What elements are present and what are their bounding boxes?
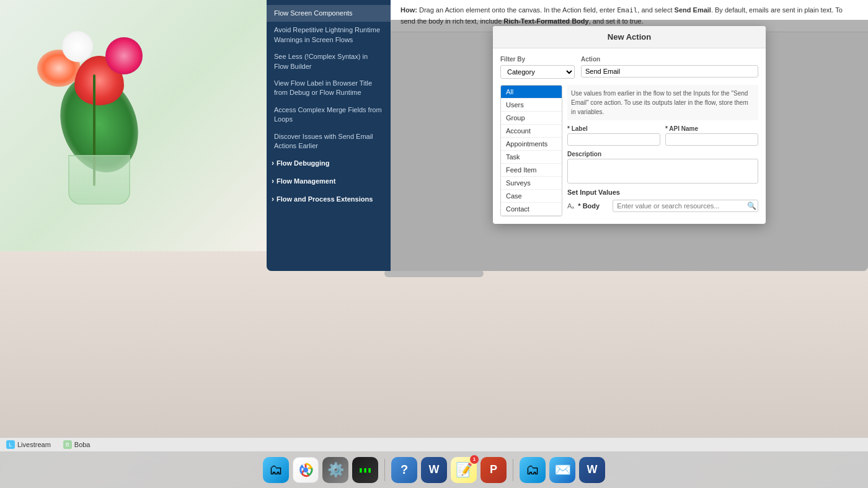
sidebar-item-label: Flow Debugging — [277, 159, 330, 168]
body-input-wrap: 🔍 — [613, 200, 758, 212]
flower-vase — [68, 155, 130, 205]
description-field-label: Description — [567, 151, 758, 157]
content-panel: How: Drag an Action element onto the can… — [391, 0, 868, 271]
sidebar-item-label: View Flow Label in Browser Title from De… — [274, 79, 372, 96]
dock-powerpoint[interactable]: P — [480, 457, 507, 483]
dock-notes[interactable]: 📝 1 — [451, 457, 477, 483]
dock-word2[interactable]: W — [579, 457, 605, 483]
body-row: Aₐ * Body 🔍 — [567, 200, 758, 212]
sidebar-item-label: See Less (!Complex Syntax) in Flow Build… — [274, 53, 368, 69]
body-search-button[interactable]: 🔍 — [747, 202, 756, 210]
dock-help[interactable]: ? — [391, 457, 417, 483]
description-section: Use values from earlier in the flow to s… — [567, 85, 758, 216]
label-input[interactable] — [567, 133, 660, 146]
description-textarea[interactable] — [567, 159, 758, 184]
desk-surface — [0, 251, 868, 437]
boba-icon: B — [63, 440, 72, 449]
rose-pink — [105, 37, 143, 74]
taskbar-item-livestream[interactable]: L Livestream — [0, 438, 57, 451]
dock: 🗂 ⚙️ ▮▮▮ ? W 📝 1 P 🗂 ✉️ W — [0, 451, 868, 488]
new-action-dialog: New Action Filter By Category — [493, 26, 766, 224]
sidebar: Flow Screen Components Avoid Repetitive … — [267, 0, 391, 271]
category-item-feed-item[interactable]: Feed Item — [501, 164, 562, 177]
category-description-section: All Users Group Account Appointments Tas… — [500, 85, 758, 216]
action-input[interactable] — [581, 65, 758, 78]
set-input-values-header: Set Input Values — [567, 189, 758, 196]
category-item-case[interactable]: Case — [501, 190, 562, 203]
dock-terminal[interactable]: ▮▮▮ — [352, 457, 378, 483]
label-apiname-row: * Label * API Name — [567, 125, 758, 146]
sidebar-item-label: Flow and Process Extensions — [277, 195, 373, 204]
dock-separator-2 — [513, 459, 513, 481]
flower-white — [62, 31, 93, 62]
category-select[interactable]: Category — [500, 65, 575, 79]
api-name-field: * API Name — [665, 125, 758, 146]
notes-badge: 1 — [470, 455, 479, 464]
monitor-screen: Flow Screen Components Avoid Repetitive … — [267, 0, 868, 271]
dock-separator-1 — [384, 459, 385, 481]
dock-mail[interactable]: ✉️ — [549, 457, 575, 483]
action-col: Action — [581, 56, 758, 78]
body-label: * Body — [578, 202, 609, 210]
dock-chrome[interactable] — [293, 457, 319, 483]
api-name-field-label: * API Name — [665, 125, 758, 132]
dock-finder[interactable]: 🗂 — [263, 457, 289, 483]
filter-by-label: Filter By — [500, 56, 575, 63]
category-item-users[interactable]: Users — [501, 99, 562, 112]
category-item-all[interactable]: All — [501, 86, 562, 99]
category-item-contact[interactable]: Contact — [501, 203, 562, 216]
nav-list: Flow Screen Components Avoid Repetitive … — [267, 0, 391, 213]
dock-system-prefs[interactable]: ⚙️ — [322, 457, 348, 483]
sidebar-item-label: Discover Issues with Send Email Actions … — [274, 133, 373, 149]
sidebar-item-label: Access Complex Merge Fields from Loops — [274, 106, 382, 123]
taskbar-item-boba-label: Boba — [74, 441, 91, 448]
dialog-overlay: New Action Filter By Category — [391, 20, 868, 271]
sidebar-item-label: Flow Screen Components — [274, 9, 353, 17]
body-icon: Aₐ — [567, 202, 574, 210]
flower-decoration — [12, 19, 186, 205]
taskbar: L Livestream B Boba — [0, 437, 868, 451]
sidebar-item-see-less[interactable]: See Less (!Complex Syntax) in Flow Build… — [267, 48, 391, 75]
action-description-text: Use values from earlier in the flow to s… — [567, 85, 758, 120]
sidebar-section-debugging[interactable]: Flow Debugging — [267, 154, 391, 172]
sidebar-item-complex-merge[interactable]: Access Complex Merge Fields from Loops — [267, 102, 391, 128]
livestream-icon: L — [6, 440, 15, 449]
sidebar-item-repetitive[interactable]: Avoid Repetitive Lightning Runtime Warni… — [267, 22, 391, 48]
dock-finder2[interactable]: 🗂 — [520, 457, 546, 483]
action-label: Action — [581, 56, 758, 63]
category-item-task[interactable]: Task — [501, 151, 562, 164]
category-item-account[interactable]: Account — [501, 125, 562, 138]
body-input[interactable] — [613, 200, 758, 212]
description-field: Description — [567, 151, 758, 184]
label-field-label: * Label — [567, 125, 660, 132]
category-list: All Users Group Account Appointments Tas… — [500, 85, 562, 216]
sidebar-item-label: Avoid Repetitive Lightning Runtime Warni… — [274, 26, 380, 43]
sidebar-section-extensions[interactable]: Flow and Process Extensions — [267, 190, 391, 208]
sidebar-item-send-email[interactable]: Discover Issues with Send Email Actions … — [267, 128, 391, 155]
label-field: * Label — [567, 125, 660, 146]
how-label: How: — [401, 6, 417, 14]
filter-by-col: Filter By Category — [500, 56, 575, 79]
taskbar-item-livestream-label: Livestream — [17, 441, 51, 448]
category-item-group[interactable]: Group — [501, 112, 562, 125]
monitor: Flow Screen Components Avoid Repetitive … — [267, 0, 868, 271]
taskbar-item-boba[interactable]: B Boba — [57, 438, 97, 451]
category-item-appointments[interactable]: Appointments — [501, 138, 562, 151]
dialog-title: New Action — [493, 26, 766, 48]
dock-word[interactable]: W — [421, 457, 447, 483]
sidebar-item-flow-label[interactable]: View Flow Label in Browser Title from De… — [267, 75, 391, 102]
sidebar-section-management[interactable]: Flow Management — [267, 172, 391, 190]
category-item-surveys[interactable]: Surveys — [501, 177, 562, 190]
dialog-body: Filter By Category Action — [493, 48, 766, 224]
filter-action-row: Filter By Category Action — [500, 56, 758, 79]
sidebar-item-flow-screen[interactable]: Flow Screen Components — [267, 5, 391, 22]
api-name-input[interactable] — [665, 133, 758, 146]
sidebar-item-label: Flow Management — [277, 177, 335, 186]
